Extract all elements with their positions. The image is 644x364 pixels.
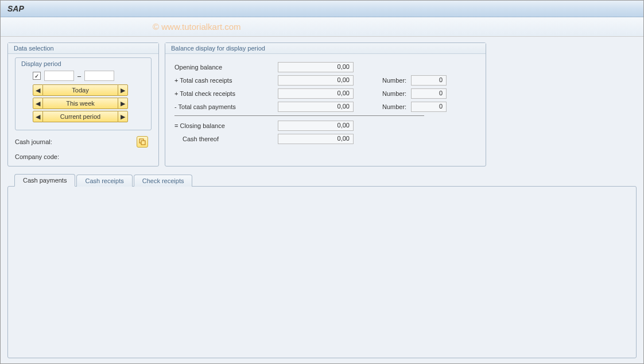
total-cash-receipts-number: 0 <box>411 75 447 86</box>
total-check-receipts-value: 0,00 <box>278 88 354 99</box>
cash-journal-label: Cash journal: <box>15 138 90 145</box>
thisweek-next-button[interactable]: ▶ <box>118 98 128 109</box>
checkbox-icon[interactable]: ✓ <box>33 72 41 80</box>
toolbar: © www.tutorialkart.com <box>1 17 643 37</box>
total-cash-payments-label: - Total cash payments <box>174 103 278 110</box>
cash-journal-search-button[interactable] <box>137 136 148 148</box>
currentperiod-row: ◀ Current period ▶ <box>21 111 145 122</box>
watermark-text: © www.tutorialkart.com <box>153 22 241 32</box>
balance-divider <box>174 115 424 116</box>
currentperiod-button[interactable]: Current period <box>43 111 118 122</box>
total-cash-receipts-value: 0,00 <box>278 75 354 86</box>
currentperiod-next-button[interactable]: ▶ <box>118 111 128 122</box>
app-title: SAP <box>7 4 24 13</box>
main-area: Data selection Display period ✓ – ◀ Toda… <box>1 37 643 364</box>
search-help-icon <box>139 138 146 145</box>
display-period-group: Display period ✓ – ◀ Today ▶ ◀ Th <box>15 57 152 130</box>
tab-cash-receipts[interactable]: Cash receipts <box>76 175 132 187</box>
total-cash-receipts-label: + Total cash receipts <box>174 77 278 84</box>
panels-row: Data selection Display period ✓ – ◀ Toda… <box>7 42 637 166</box>
total-check-receipts-number-label: Number: <box>354 90 411 97</box>
date-to-input[interactable] <box>84 71 114 81</box>
cash-thereof-row: Cash thereof 0,00 <box>172 134 479 144</box>
opening-balance-label: Opening balance <box>174 64 278 71</box>
balance-display-inner: Opening balance 0,00 + Total cash receip… <box>165 54 486 153</box>
title-bar: SAP <box>1 1 643 17</box>
total-cash-receipts-number-label: Number: <box>354 77 411 84</box>
today-row: ◀ Today ▶ <box>21 84 145 96</box>
company-code-row: Company code: <box>15 153 152 160</box>
total-cash-receipts-row: + Total cash receipts 0,00 Number: 0 <box>172 75 479 86</box>
thisweek-prev-button[interactable]: ◀ <box>33 98 43 109</box>
tab-body <box>7 186 637 358</box>
svg-rect-1 <box>141 141 145 145</box>
data-selection-inner: Display period ✓ – ◀ Today ▶ ◀ Th <box>8 54 158 166</box>
currentperiod-prev-button[interactable]: ◀ <box>33 111 43 122</box>
display-period-title: Display period <box>21 60 145 67</box>
opening-balance-value: 0,00 <box>278 62 354 72</box>
data-selection-title: Data selection <box>8 43 158 54</box>
thisweek-button[interactable]: This week <box>43 98 118 109</box>
data-selection-group: Data selection Display period ✓ – ◀ Toda… <box>7 42 159 166</box>
range-dash: – <box>76 72 82 79</box>
total-cash-payments-number: 0 <box>411 102 447 112</box>
tabs-container: Cash payments Cash receipts Check receip… <box>7 173 637 358</box>
closing-balance-row: = Closing balance 0,00 <box>172 121 479 131</box>
total-check-receipts-label: + Total check receipts <box>174 90 278 97</box>
tab-strip: Cash payments Cash receipts Check receip… <box>7 173 637 186</box>
cash-journal-row: Cash journal: <box>15 136 152 148</box>
today-prev-button[interactable]: ◀ <box>33 84 43 96</box>
closing-balance-label: = Closing balance <box>174 122 278 129</box>
today-button[interactable]: Today <box>43 84 118 96</box>
total-cash-payments-number-label: Number: <box>354 103 411 110</box>
tab-check-receipts[interactable]: Check receipts <box>134 175 193 187</box>
company-code-label: Company code: <box>15 153 90 160</box>
today-next-button[interactable]: ▶ <box>118 84 128 96</box>
date-range-row: ✓ – <box>21 71 145 81</box>
thisweek-row: ◀ This week ▶ <box>21 98 145 109</box>
tab-cash-payments[interactable]: Cash payments <box>14 174 75 187</box>
closing-balance-value: 0,00 <box>278 121 354 131</box>
cash-thereof-value: 0,00 <box>278 134 354 144</box>
balance-display-title: Balance display for display period <box>165 43 486 54</box>
total-check-receipts-number: 0 <box>411 88 447 99</box>
cash-thereof-label: Cash thereof <box>174 135 278 142</box>
date-from-input[interactable] <box>44 71 74 81</box>
total-cash-payments-row: - Total cash payments 0,00 Number: 0 <box>172 102 479 112</box>
opening-balance-row: Opening balance 0,00 <box>172 62 479 72</box>
total-cash-payments-value: 0,00 <box>278 102 354 112</box>
balance-display-group: Balance display for display period Openi… <box>165 42 486 166</box>
total-check-receipts-row: + Total check receipts 0,00 Number: 0 <box>172 88 479 99</box>
